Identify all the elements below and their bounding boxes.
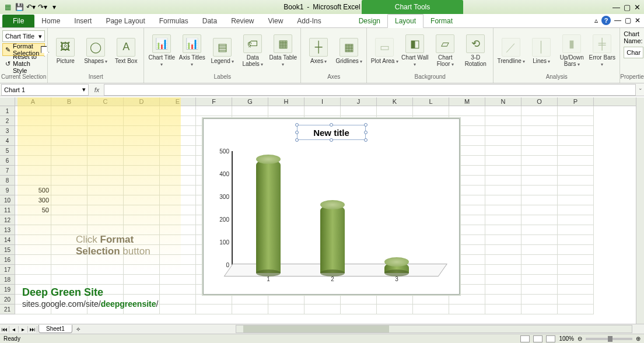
name-box[interactable]: Chart 1 ▾ xyxy=(1,84,89,96)
doc-restore-icon[interactable]: ▢ xyxy=(625,16,631,24)
cell[interactable] xyxy=(558,265,594,275)
chart-wall-button[interactable]: ◧Chart Wall xyxy=(401,34,429,67)
cell[interactable] xyxy=(485,166,522,176)
cell[interactable] xyxy=(268,304,304,314)
cell[interactable] xyxy=(558,275,594,285)
cell[interactable] xyxy=(558,205,594,215)
cell[interactable] xyxy=(160,106,196,116)
cell[interactable] xyxy=(485,136,522,146)
cell[interactable] xyxy=(558,116,594,126)
cell[interactable] xyxy=(88,116,124,126)
axis-titles-button[interactable]: 📊Axis Titles xyxy=(178,34,206,67)
cell[interactable] xyxy=(124,235,160,245)
cell[interactable] xyxy=(88,225,124,235)
worksheet-grid[interactable]: A B C D E F G H I J K L M N O P 12345678… xyxy=(0,97,644,324)
cell[interactable]: 300 xyxy=(15,195,51,205)
cell[interactable] xyxy=(377,304,413,314)
cell[interactable] xyxy=(160,215,196,225)
col-header[interactable]: I xyxy=(304,97,341,106)
row-header[interactable]: 15 xyxy=(0,245,15,255)
insert-textbox-button[interactable]: AText Box xyxy=(112,38,140,64)
cell[interactable] xyxy=(124,106,160,116)
cell[interactable] xyxy=(51,304,88,314)
cell[interactable] xyxy=(522,156,558,166)
cell[interactable] xyxy=(160,136,196,146)
col-header[interactable]: K xyxy=(377,97,413,106)
col-header[interactable]: G xyxy=(232,97,268,106)
tab-insert[interactable]: Insert xyxy=(67,15,99,27)
tab-file[interactable]: File xyxy=(2,15,34,27)
row-header[interactable]: 6 xyxy=(0,156,15,166)
cell[interactable] xyxy=(51,186,88,195)
cell[interactable] xyxy=(196,295,232,304)
cell[interactable] xyxy=(15,255,51,265)
cell[interactable] xyxy=(558,126,594,136)
cell[interactable] xyxy=(558,136,594,146)
cell[interactable] xyxy=(88,295,124,304)
zoom-out-icon[interactable]: ⊖ xyxy=(578,335,582,342)
cell[interactable] xyxy=(15,295,51,304)
row-header[interactable]: 19 xyxy=(0,285,15,295)
tab-view[interactable]: View xyxy=(261,15,290,27)
cell[interactable] xyxy=(341,304,377,314)
cell[interactable] xyxy=(15,166,51,176)
row-header[interactable]: 1 xyxy=(0,106,15,116)
qat-more-icon[interactable]: ▾ xyxy=(49,2,60,12)
cell[interactable] xyxy=(15,275,51,285)
cell[interactable] xyxy=(341,295,377,304)
cell[interactable] xyxy=(160,255,196,265)
row-header[interactable]: 18 xyxy=(0,275,15,285)
tab-review[interactable]: Review xyxy=(224,15,261,27)
tab-home[interactable]: Home xyxy=(34,15,67,27)
cell[interactable] xyxy=(522,285,558,295)
cell[interactable] xyxy=(88,126,124,136)
chart-bar[interactable]: 3 xyxy=(384,262,409,274)
vertical-scrollbar[interactable] xyxy=(636,97,644,324)
cell[interactable] xyxy=(124,295,160,304)
cell[interactable] xyxy=(124,166,160,176)
redo-icon[interactable]: ↷▾ xyxy=(37,2,48,12)
reset-to-match-style-button[interactable]: ↺ Reset to Match Style xyxy=(2,57,45,70)
cell[interactable] xyxy=(51,146,88,156)
cell[interactable] xyxy=(124,255,160,265)
help-icon[interactable]: ? xyxy=(601,16,611,25)
cell[interactable] xyxy=(51,275,88,285)
tab-format[interactable]: Format xyxy=(424,15,460,27)
col-header[interactable]: J xyxy=(341,97,377,106)
cell[interactable] xyxy=(15,126,51,136)
row-header[interactable]: 7 xyxy=(0,166,15,176)
cell[interactable] xyxy=(124,275,160,285)
cell[interactable] xyxy=(196,106,232,116)
cell[interactable] xyxy=(88,275,124,285)
col-header[interactable]: H xyxy=(268,97,304,106)
cell[interactable] xyxy=(522,265,558,275)
cell[interactable] xyxy=(88,146,124,156)
cell[interactable] xyxy=(88,304,124,314)
cell[interactable] xyxy=(124,186,160,195)
formula-expand-icon[interactable]: ⌄ xyxy=(638,85,643,91)
cell[interactable] xyxy=(51,195,88,205)
data-labels-button[interactable]: 🏷Data Labels xyxy=(239,34,267,67)
cell[interactable] xyxy=(558,245,594,255)
cell[interactable] xyxy=(558,176,594,186)
chart-bar[interactable]: 2 xyxy=(320,205,345,273)
cell[interactable] xyxy=(124,156,160,166)
data-table-button[interactable]: ▦Data Table xyxy=(269,34,297,67)
doc-minimize-icon[interactable]: — xyxy=(614,16,621,24)
cell[interactable] xyxy=(413,295,449,304)
horizontal-scrollbar[interactable] xyxy=(236,325,632,333)
col-header[interactable]: A xyxy=(15,97,51,106)
cell[interactable] xyxy=(522,126,558,136)
cell[interactable] xyxy=(15,176,51,186)
sheet-prev-icon[interactable]: ◂ xyxy=(9,326,19,332)
cell[interactable] xyxy=(558,146,594,156)
row-header[interactable]: 21 xyxy=(0,304,15,314)
cell[interactable] xyxy=(522,235,558,245)
legend-button[interactable]: ▤Legend xyxy=(208,38,236,64)
col-header[interactable]: F xyxy=(196,97,232,106)
gridlines-button[interactable]: ▦Gridlines xyxy=(335,38,363,64)
cell[interactable] xyxy=(124,116,160,126)
cell[interactable] xyxy=(485,156,522,166)
error-bars-button[interactable]: ╪Error Bars xyxy=(588,34,616,67)
cell[interactable] xyxy=(341,106,377,116)
